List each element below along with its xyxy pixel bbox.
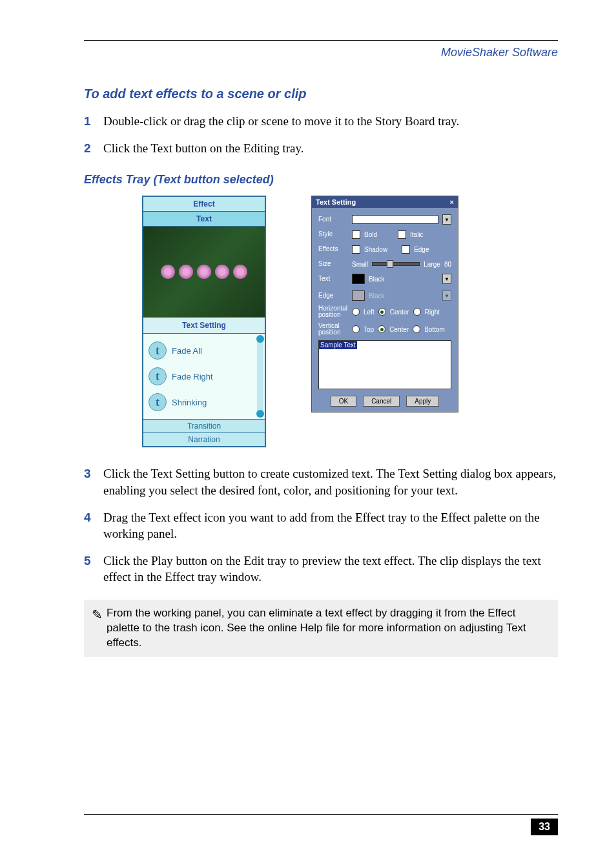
italic-label: Italic [410, 231, 424, 238]
font-label: Font [318, 216, 348, 223]
hpos-left-label: Left [364, 309, 375, 316]
effect-item-fade-all[interactable]: t Fade All [147, 338, 254, 363]
text-color-swatch[interactable] [352, 274, 365, 284]
effects-tray-panel: Effect Text Text Setting t Fade All t Fa… [142, 196, 266, 447]
edge-color-label: Edge [318, 292, 348, 299]
step-number: 5 [84, 553, 103, 585]
effects-label: Effects [318, 246, 348, 252]
bold-checkbox[interactable] [352, 230, 360, 239]
size-value: 80 [444, 261, 451, 268]
text-color-dropdown-icon[interactable]: ▼ [442, 274, 451, 284]
text-color-name: Black [369, 276, 438, 283]
vpos-top-radio[interactable] [352, 325, 360, 333]
transition-tab[interactable]: Transition [143, 419, 265, 432]
text-effect-icon: t [149, 341, 167, 360]
step-text: Click the Text Setting button to create … [103, 465, 558, 498]
edge-check-label: Edge [414, 246, 429, 253]
step-2: 2 Click the Text button on the Editing t… [84, 140, 558, 157]
step-text: Click the Play button on the Edit tray t… [103, 553, 558, 585]
edge-color-swatch [352, 290, 365, 301]
bold-label: Bold [364, 231, 377, 238]
shadow-label: Shadow [364, 246, 387, 253]
font-input[interactable] [352, 215, 438, 224]
vpos-top-label: Top [364, 326, 374, 333]
pencil-icon: ✎ [92, 606, 103, 651]
effect-tab[interactable]: Effect [143, 197, 265, 212]
scroll-up-icon[interactable] [256, 335, 264, 343]
chapter-title: MovieShaker Software [84, 46, 558, 59]
figure-heading: Effects Tray (Text button selected) [84, 173, 558, 187]
effect-item-fade-right[interactable]: t Fade Right [147, 363, 254, 389]
vpos-bottom-label: Bottom [424, 326, 445, 333]
vpos-bottom-radio[interactable] [413, 325, 420, 333]
text-setting-dialog: Text Setting × Font ▼ Style Bold Italic [311, 196, 458, 412]
hpos-left-radio[interactable] [352, 308, 360, 316]
text-effect-icon: t [149, 393, 167, 411]
preview-image [143, 227, 265, 318]
close-icon[interactable]: × [450, 198, 454, 206]
large-label: Large [424, 261, 440, 268]
dialog-title: Text Setting [316, 198, 356, 206]
sample-textarea[interactable]: Sample Text [318, 340, 451, 389]
text-tab[interactable]: Text [143, 212, 265, 227]
effect-item-shrinking[interactable]: t Shrinking [147, 389, 254, 415]
scroll-down-icon[interactable] [256, 410, 264, 418]
edge-checkbox[interactable] [402, 245, 410, 254]
step-4: 4 Drag the Text effect icon you want to … [84, 509, 558, 542]
step-number: 2 [84, 140, 103, 157]
apply-button[interactable]: Apply [406, 396, 439, 407]
step-text: Click the Text button on the Editing tra… [103, 140, 558, 157]
narration-tab[interactable]: Narration [143, 432, 265, 446]
size-label: Size [318, 261, 348, 267]
effect-label: Fade Right [172, 372, 213, 382]
italic-checkbox[interactable] [398, 230, 406, 239]
text-setting-button[interactable]: Text Setting [143, 318, 265, 334]
shadow-checkbox[interactable] [352, 245, 360, 254]
edge-color-name: Black [369, 292, 438, 300]
step-number: 1 [84, 113, 103, 130]
effect-list: t Fade All t Fade Right t Shrinking [143, 334, 265, 419]
hpos-center-label: Center [390, 309, 409, 316]
effect-label: Shrinking [172, 398, 207, 407]
hpos-right-label: Right [425, 309, 440, 316]
step-number: 4 [84, 509, 103, 542]
hpos-center-radio[interactable] [378, 308, 386, 316]
cancel-button[interactable]: Cancel [363, 396, 400, 407]
font-dropdown-icon[interactable]: ▼ [442, 214, 451, 225]
note-text: From the working panel, you can eliminat… [107, 606, 550, 651]
text-effect-icon: t [149, 367, 167, 385]
text-color-label: Text [318, 276, 348, 282]
ok-button[interactable]: OK [331, 396, 356, 407]
vpos-center-label: Center [389, 326, 409, 333]
size-slider[interactable] [372, 262, 420, 266]
step-text: Drag the Text effect icon you want to ad… [103, 509, 558, 542]
step-number: 3 [84, 465, 103, 498]
hpos-right-radio[interactable] [413, 308, 421, 316]
small-label: Small [352, 261, 368, 268]
hpos-label: Horizontal position [318, 305, 348, 318]
step-5: 5 Click the Play button on the Edit tray… [84, 553, 558, 585]
page-number: 33 [531, 819, 558, 835]
scrollbar[interactable] [257, 336, 263, 416]
effect-label: Fade All [172, 346, 202, 356]
vpos-label: Vertical position [318, 323, 348, 336]
note-box: ✎ From the working panel, you can elimin… [84, 600, 558, 657]
edge-color-dropdown-icon: ▼ [442, 290, 451, 301]
step-text: Double-click or drag the clip or scene t… [103, 113, 558, 130]
vpos-center-radio[interactable] [378, 325, 385, 333]
sample-text: Sample Text [319, 341, 357, 349]
section-title: To add text effects to a scene or clip [84, 86, 558, 101]
step-1: 1 Double-click or drag the clip or scene… [84, 113, 558, 130]
style-label: Style [318, 231, 348, 238]
step-3: 3 Click the Text Setting button to creat… [84, 465, 558, 498]
